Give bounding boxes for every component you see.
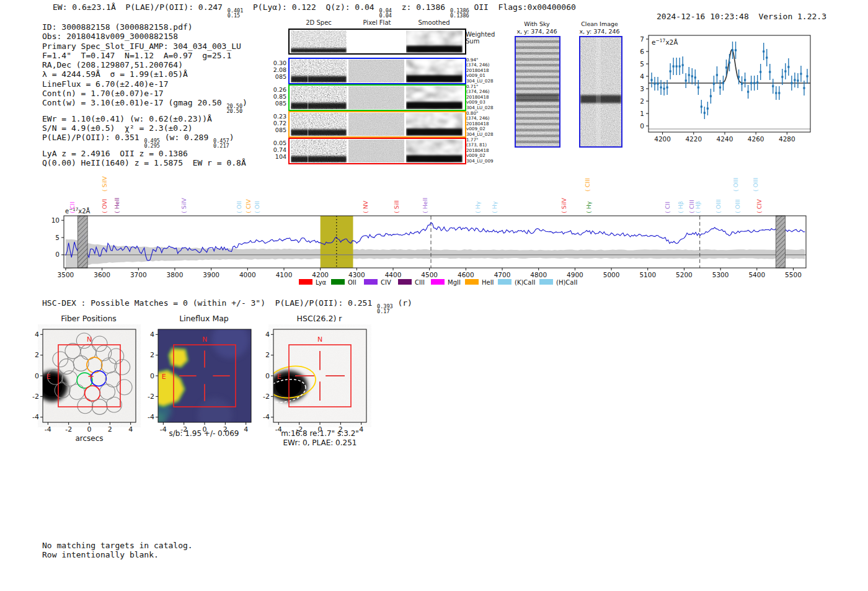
spec2d-row (288, 84, 466, 111)
with-sky-coords: x, y: 374, 246 (516, 28, 557, 35)
line-label-OII: ( OII (236, 201, 242, 213)
svg-text:E: E (162, 373, 166, 381)
spec2d-row-left-label: 0.230.72085 (268, 113, 286, 133)
svg-text:arcsecs: arcsecs (75, 434, 103, 443)
svg-text:5300: 5300 (712, 271, 729, 278)
svg-text:4300: 4300 (348, 271, 365, 278)
svg-text:6: 6 (640, 48, 644, 55)
svg-text:2: 2 (265, 351, 270, 359)
info-line: LyA z = 2.4916 OII z = 0.1386 (42, 149, 247, 158)
line-label-CIV: ( CIV (756, 199, 763, 213)
svg-text:E: E (277, 373, 281, 381)
clean-image-title: Clean Image (579, 20, 619, 28)
svg-text:4700: 4700 (494, 271, 511, 278)
svg-text:-4: -4 (263, 413, 270, 421)
svg-text:0: 0 (640, 122, 644, 130)
line-label-Hβ: ( Hβ (677, 201, 684, 213)
svg-text:2: 2 (35, 351, 39, 359)
svg-text:3: 3 (640, 85, 644, 92)
svg-text:-4: -4 (148, 413, 154, 421)
image-cell-noisy (291, 140, 347, 162)
hsc-caption-2: EWr: 0, PLAE: 0.251 (283, 438, 357, 447)
line-label-SiIV: ( SiIV (180, 198, 187, 213)
line-label-Hγ: ( Hγ (474, 201, 481, 213)
svg-text:4100: 4100 (276, 271, 293, 278)
info-line: F=1.4" T=0.147 N=1.12 A=0.97 g=25.1 (42, 51, 247, 60)
image-cell-sky (516, 37, 559, 146)
svg-text:4: 4 (35, 331, 39, 339)
lineflux-map-plot: -4-4-2-2002244NE (133, 322, 260, 447)
svg-text:0: 0 (55, 251, 60, 258)
image-cell-flat (348, 140, 404, 162)
svg-text:7: 7 (640, 35, 644, 43)
svg-text:OII: OII (348, 279, 356, 286)
line-label-CII: ( CII (69, 202, 76, 213)
legend: LyαOIICIVCIIIMgIIHeII(K)CaII(H)CaII (299, 279, 577, 286)
image-cell-noisy (291, 113, 347, 136)
svg-text:4200: 4200 (654, 135, 671, 143)
image-cell-smooth (406, 113, 463, 136)
info-line: P(LAE)/P(OII): 0.351 0.4950.295 (w: 0.28… (42, 133, 247, 149)
info-line: Primary Spec_Slot_IFU_AMP: 304_034_003_L… (42, 42, 247, 51)
image-cell-flat (348, 113, 404, 136)
image-cell-smooth (406, 60, 463, 82)
weighted-sum-label: WeightedSum (466, 31, 495, 45)
svg-text:3500: 3500 (58, 271, 74, 278)
svg-text:0: 0 (35, 372, 39, 380)
col-header-smoothed: Smoothed (418, 19, 450, 26)
image-cell-flat (348, 86, 404, 109)
line-label-OIII: ( OIII (734, 199, 741, 213)
svg-text:N: N (87, 335, 92, 344)
spec2d-row (288, 58, 466, 84)
spec2d-row-left-label: 0.302.08085 (268, 60, 286, 80)
hsc-dex-summary: HSC-DEX : Possible Matches = 0 (within +… (42, 298, 412, 314)
svg-text:2: 2 (640, 97, 644, 105)
line-label-OIII: ( OIII (715, 199, 722, 213)
clean-image (579, 36, 622, 148)
svg-text:CIV: CIV (381, 279, 391, 286)
svg-text:0: 0 (150, 372, 154, 380)
image-cell-wsum (291, 30, 347, 53)
spec2d-row-left-label: 0.260.85085 (268, 86, 286, 107)
weighted-sum-row (288, 29, 466, 55)
svg-text:4220: 4220 (685, 135, 702, 143)
svg-text:N: N (317, 335, 322, 344)
col-header-pixel-flat: Pixel Flat (363, 19, 391, 26)
info-line: ID: 3000882158 (3000882158.pdf) (42, 22, 247, 32)
svg-text:0: 0 (87, 425, 92, 433)
spec2d-row-right-label: 1.77"(373, 81)20180418v009_02304_LU_009 (466, 138, 503, 164)
svg-text:4000: 4000 (239, 271, 256, 278)
line-label-CIV: ( CIV (245, 199, 252, 213)
with-sky-image (515, 36, 560, 148)
main-spectrum-plot: 3500360037003800390040004100420043004400… (37, 162, 837, 293)
hsc-caption-1: m:16.8 re:1.7" s:3.2" (281, 429, 359, 438)
svg-text:-2: -2 (65, 425, 72, 433)
line-label-OII: ( OII (254, 201, 260, 213)
detection-info-block: ID: 3000882158 (3000882158.pdf)Obs: 2018… (42, 22, 247, 168)
svg-text:5100: 5100 (639, 271, 656, 278)
svg-text:(H)CaII: (H)CaII (556, 279, 577, 286)
svg-text:-4: -4 (45, 425, 51, 433)
svg-text:3600: 3600 (94, 271, 110, 278)
svg-text:1: 1 (640, 110, 644, 117)
fiber-positions-title: Fiber Positions (61, 314, 117, 323)
report-datetime: 2024-12-16 10:23:48 (657, 12, 749, 21)
header-stats: EW: 0.6±23.1Å P(LAE)/P(OII): 0.247 0.401… (53, 2, 576, 19)
info-line: Obs: 20180418v009_3000882158 (42, 32, 247, 41)
svg-text:-4: -4 (160, 425, 167, 433)
svg-text:4600: 4600 (458, 271, 474, 278)
svg-text:N: N (202, 335, 207, 344)
svg-text:5: 5 (640, 60, 644, 68)
info-line: EWr = 1.10(±0.41) (w: 0.62(±0.23))Å (42, 114, 247, 123)
svg-text:HeII: HeII (482, 279, 494, 286)
spec2d-row-right-label: 0.94"(374, 246)20180418v009_01304_LU_028 (466, 58, 503, 84)
masked-region (776, 216, 785, 268)
spec2d-row (288, 111, 466, 138)
svg-text:E: E (46, 373, 51, 381)
svg-text:2: 2 (108, 425, 112, 433)
svg-text:4400: 4400 (385, 271, 402, 278)
svg-text:5200: 5200 (676, 271, 693, 278)
info-line: λ = 4244.59Å σ = 1.99(±1.05)Å (42, 69, 247, 79)
line-label-CII: ( CII (664, 202, 671, 213)
svg-text:2: 2 (150, 351, 154, 359)
